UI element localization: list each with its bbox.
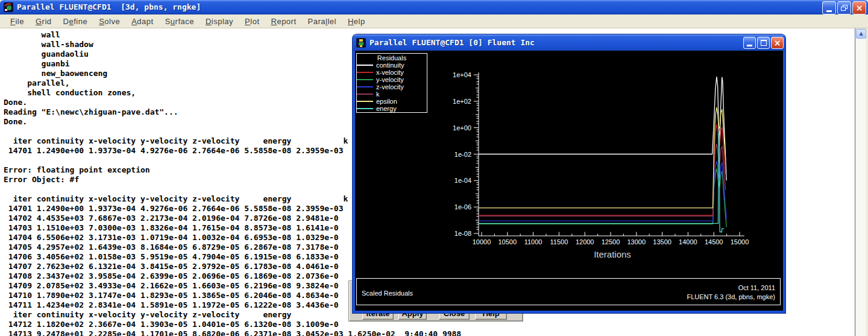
series-energy [479, 132, 724, 232]
main-titlebar[interactable]: Parallel FLUENT@CFD1 [3d, pbns, rngke] × [0, 0, 868, 14]
plot-caption: Scaled Residuals Oct 11, 2011 FLUENT 6.3… [356, 278, 781, 305]
menu-surface[interactable]: Surface [160, 16, 200, 27]
plot-legend: Residuals continuityx-velocityy-velocity… [356, 53, 427, 113]
legend-swatch [357, 72, 373, 73]
menu-adapt[interactable]: Adapt [126, 16, 159, 27]
svg-text:13000: 13000 [627, 238, 646, 246]
legend-item-continuity: continuity [357, 62, 427, 69]
svg-text:11000: 11000 [524, 238, 542, 246]
svg-text:1e+04: 1e+04 [453, 71, 471, 78]
legend-item-epsilon: epsilon [357, 98, 427, 105]
menu-define[interactable]: Define [58, 16, 94, 27]
legend-swatch [357, 101, 373, 102]
svg-text:1e-06: 1e-06 [454, 203, 471, 211]
legend-item-energy: energy [357, 105, 427, 112]
svg-text:14000: 14000 [679, 238, 697, 246]
menu-help[interactable]: Help [342, 16, 371, 27]
svg-text:12000: 12000 [576, 238, 594, 246]
menu-parallel[interactable]: Parallel [303, 16, 342, 27]
menu-plot[interactable]: Plot [239, 16, 265, 27]
legend-item-z-velocity: z-velocity [357, 83, 427, 90]
legend-item-y-velocity: y-velocity [357, 76, 427, 83]
menu-grid[interactable]: Grid [30, 16, 58, 27]
plot-title: Scaled Residuals [362, 290, 413, 297]
svg-text:12500: 12500 [602, 238, 620, 246]
menu-file[interactable]: File [5, 16, 30, 27]
svg-text:15000: 15000 [731, 238, 749, 246]
legend-swatch [357, 86, 373, 87]
menu-solve[interactable]: Solve [93, 16, 126, 27]
console-line: 14713 9.2478e+01 2.2285e-04 1.1701e-05 8… [4, 329, 855, 336]
minimize-icon[interactable] [822, 1, 836, 14]
console-scrollbar[interactable]: ▲ [856, 29, 866, 336]
minimize-icon[interactable] [743, 37, 756, 49]
svg-text:10500: 10500 [498, 238, 517, 246]
menu-bar: FileGridDefineSolveAdaptSurfaceDisplayPl… [0, 14, 868, 28]
series-z-velocity [479, 161, 726, 221]
legend-swatch [357, 79, 373, 80]
svg-text:1e+00: 1e+00 [453, 124, 471, 132]
menu-display[interactable]: Display [200, 16, 239, 27]
menu-report[interactable]: Report [266, 16, 303, 27]
series-x-velocity [479, 124, 726, 215]
residuals-window: Parallel FLUENT@CFD1 [0] Fluent Inc × 1e… [353, 34, 785, 313]
plot-version: FLUENT 6.3 (3d, pbns, mgke) [687, 293, 775, 302]
residuals-titlebar[interactable]: Parallel FLUENT@CFD1 [0] Fluent Inc × [353, 34, 785, 51]
series-k [479, 144, 726, 216]
main-window-title: Parallel FLUENT@CFD1 [3d, pbns, rngke] [17, 0, 201, 14]
svg-text:1e+02: 1e+02 [453, 98, 471, 105]
residuals-window-title: Parallel FLUENT@CFD1 [0] Fluent Inc [370, 36, 535, 50]
fluent-inc-icon [356, 38, 366, 48]
series-epsilon [479, 107, 726, 208]
maximize-icon[interactable] [757, 37, 770, 49]
svg-text:14500: 14500 [705, 238, 723, 246]
restore-icon[interactable] [837, 1, 851, 14]
scroll-up-icon[interactable]: ▲ [856, 29, 866, 39]
legend-swatch [357, 108, 373, 109]
svg-text:1e-04: 1e-04 [454, 177, 471, 184]
plot-date: Oct 11, 2011 [687, 284, 775, 293]
fluent-application: Parallel FLUENT@CFD1 [3d, pbns, rngke] ×… [0, 0, 868, 336]
legend-swatch [357, 65, 373, 66]
legend-item-x-velocity: x-velocity [357, 69, 427, 76]
svg-text:Iterations: Iterations [594, 249, 631, 259]
svg-text:11500: 11500 [550, 238, 568, 246]
series-y-velocity [479, 169, 726, 227]
svg-text:1e-02: 1e-02 [454, 151, 471, 158]
legend-item-k: k [357, 90, 427, 98]
plot-area: 1e+041e+021e+001e-021e-041e-061e-0810000… [355, 51, 783, 311]
close-icon[interactable]: × [852, 1, 866, 14]
legend-swatch [357, 94, 373, 95]
close-icon[interactable]: × [771, 37, 784, 49]
series-continuity [479, 77, 726, 180]
svg-text:13500: 13500 [653, 238, 671, 246]
fluent-app-icon [4, 2, 13, 12]
legend-title: Residuals [357, 54, 427, 62]
svg-text:1e-08: 1e-08 [454, 230, 471, 237]
svg-text:10000: 10000 [473, 238, 491, 246]
